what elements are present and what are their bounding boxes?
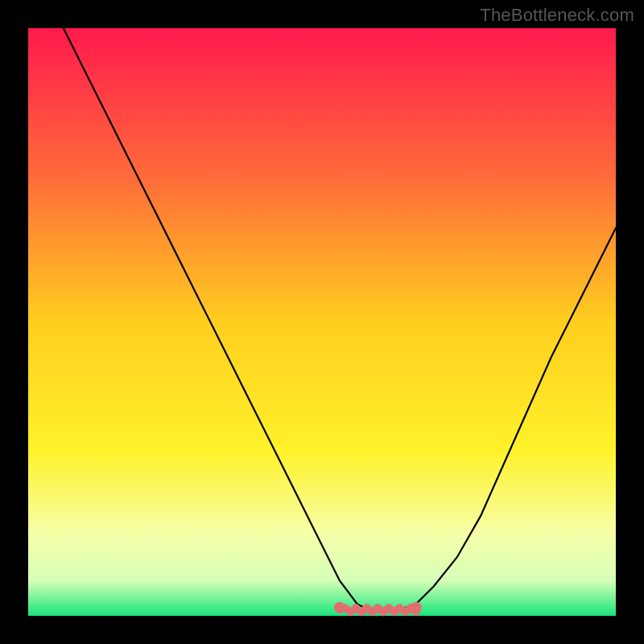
plot-background	[28, 28, 616, 616]
chart-frame: TheBottleneck.com	[0, 0, 644, 644]
svg-point-1	[411, 602, 422, 613]
watermark-text: TheBottleneck.com	[480, 5, 634, 26]
bottleneck-chart	[0, 0, 644, 644]
svg-point-0	[334, 602, 345, 613]
